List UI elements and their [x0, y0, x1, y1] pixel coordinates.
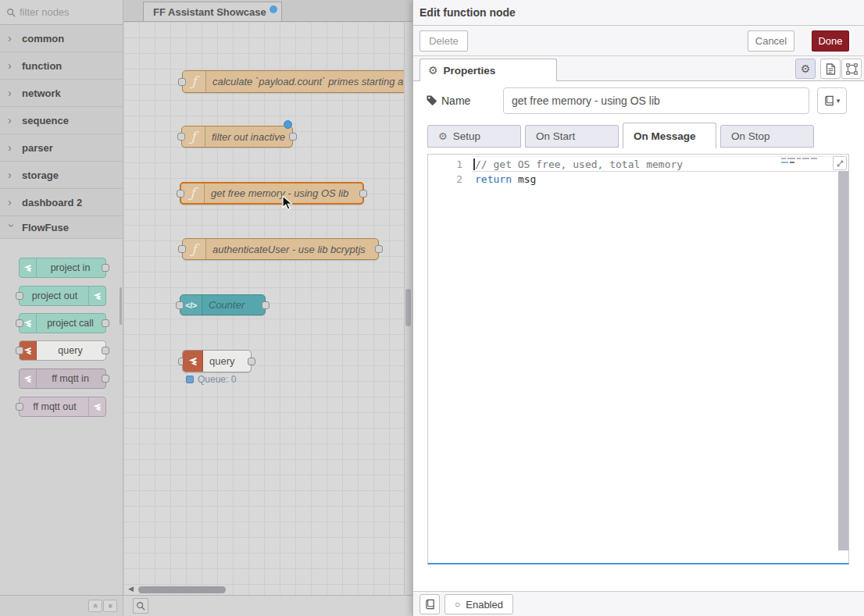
collapse-all-categories-button[interactable]: «: [88, 600, 102, 612]
tray-tabbar: ⚙ Properties ⚙: [413, 56, 864, 81]
palette-footer: « »: [0, 595, 123, 616]
palette-category-flowfuse[interactable]: ›FlowFuse: [0, 216, 123, 239]
node-query[interactable]: query: [182, 350, 252, 372]
input-port[interactable]: [16, 403, 23, 411]
palette-node-ff-mqtt-out[interactable]: ff mqtt out: [19, 397, 106, 417]
tab-properties[interactable]: ⚙ Properties: [420, 59, 557, 81]
delete-button[interactable]: Delete: [420, 30, 468, 52]
palette-category-common[interactable]: ›common: [0, 25, 123, 52]
input-port[interactable]: [16, 292, 23, 300]
node-get-free-memory[interactable]: ƒ get free memory - using OS lib: [180, 182, 364, 205]
palette-category-label: function: [22, 60, 62, 72]
palette-node-label: project out: [23, 287, 87, 305]
palette-category-sequence[interactable]: ›sequence: [0, 107, 123, 134]
caret-down-icon: ▾: [837, 97, 841, 105]
palette-node-ff-mqtt-in[interactable]: ff mqtt in: [19, 369, 106, 389]
output-port[interactable]: [102, 375, 109, 383]
appearance-view-button[interactable]: [841, 59, 862, 79]
tag-icon: [426, 94, 437, 106]
cancel-button[interactable]: Cancel: [748, 30, 794, 52]
chevrons-down-icon: »: [106, 604, 114, 608]
tab-setup[interactable]: ⚙Setup: [427, 125, 521, 148]
name-input[interactable]: [503, 87, 809, 114]
node-counter[interactable]: </> Counter: [180, 294, 266, 315]
tray-header: Edit function node: [413, 0, 864, 26]
palette-category-network[interactable]: ›network: [0, 80, 123, 107]
palette-node-project-in[interactable]: project in: [19, 258, 106, 278]
output-port[interactable]: [375, 245, 383, 253]
function-icon: ƒ: [191, 75, 196, 88]
expand-icon: [836, 159, 844, 168]
palette-category-label: dashboard 2: [22, 197, 82, 208]
scroll-left-arrow[interactable]: ◀: [128, 585, 134, 593]
code-editor[interactable]: 1 2 // get OS free, used, total memory r…: [427, 154, 849, 564]
input-port[interactable]: [16, 347, 23, 354]
input-port[interactable]: [16, 319, 23, 327]
node-status-label: Queue: 0: [198, 374, 236, 385]
palette-node-query[interactable]: query: [19, 340, 106, 361]
palette-node-label: project in: [38, 258, 102, 277]
output-port[interactable]: [102, 264, 109, 272]
palette-category-dashboard-2[interactable]: ›dashboard 2: [0, 189, 123, 216]
editor-scrollbar-thumb[interactable]: [838, 171, 848, 550]
function-tabs: ⚙Setup On Start On Message On Stop: [427, 123, 813, 148]
name-label: Name: [441, 87, 470, 114]
node-status: Queue: 0: [186, 374, 236, 385]
palette-category-function[interactable]: ›function: [0, 52, 123, 80]
horizontal-scrollbar-thumb[interactable]: [138, 586, 226, 593]
magnifier-icon: [136, 601, 145, 611]
chevron-right-icon: ›: [8, 169, 15, 180]
gear-icon: ⚙: [428, 65, 438, 76]
code-line: // get OS free, used, total memory: [475, 157, 683, 172]
function-icon: ƒ: [191, 130, 195, 144]
enabled-toggle-button[interactable]: ○ Enabled: [444, 594, 513, 614]
chevron-right-icon: ›: [8, 60, 15, 71]
mouse-cursor: [282, 195, 294, 211]
node-filter-out-inactive[interactable]: ƒ filter out inactive: [181, 126, 293, 148]
node-calculate-primes[interactable]: ƒ calculate `payload.count` primes start…: [182, 70, 412, 93]
palette-node-project-out[interactable]: project out: [19, 286, 106, 306]
description-view-button[interactable]: [820, 59, 841, 79]
palette-node-project-call[interactable]: project call: [19, 313, 106, 333]
done-button[interactable]: Done: [812, 30, 849, 52]
library-icon: [824, 95, 834, 106]
vertical-scrollbar-thumb[interactable]: [405, 289, 411, 326]
properties-view-button[interactable]: ⚙: [795, 59, 816, 79]
output-port[interactable]: [102, 319, 109, 327]
palette-scrollbar-thumb[interactable]: [120, 287, 122, 325]
palette-category-parser[interactable]: ›parser: [0, 134, 123, 162]
palette-category-label: common: [22, 33, 64, 45]
expand-editor-button[interactable]: [833, 156, 847, 170]
expand-all-categories-button[interactable]: »: [103, 600, 117, 612]
chevron-right-icon: ›: [8, 115, 15, 126]
tab-label: On Stop: [731, 130, 770, 142]
palette-search-input[interactable]: [20, 6, 107, 18]
tab-on-start[interactable]: On Start: [525, 125, 619, 148]
node-authenticate-user[interactable]: ƒ authenticateUser - use lib bcryptjs: [182, 238, 379, 260]
output-port[interactable]: [248, 358, 255, 365]
output-port[interactable]: [102, 347, 109, 354]
group-icon: [846, 63, 858, 75]
palette-category-storage[interactable]: ›storage: [0, 162, 123, 189]
flow-canvas[interactable]: ƒ calculate `payload.count` primes start…: [123, 22, 412, 595]
modified-dot: [270, 5, 277, 13]
editor-minimap[interactable]: [781, 158, 820, 163]
search-flows-button[interactable]: [133, 598, 148, 614]
chevron-right-icon: ›: [8, 87, 15, 98]
palette-category-label: sequence: [22, 115, 69, 126]
output-port[interactable]: [359, 190, 367, 198]
palette-search: [0, 0, 123, 25]
output-port[interactable]: [289, 133, 297, 141]
document-icon: [826, 63, 836, 75]
workspace-tab[interactable]: FF Assistant Showcase: [143, 2, 282, 21]
node-label: query: [209, 351, 235, 372]
tab-on-message[interactable]: On Message: [623, 123, 716, 148]
vertical-scrollbar-track[interactable]: [404, 22, 412, 595]
library-dropdown-button[interactable]: ▾: [817, 87, 847, 114]
edit-tray: Edit function node Delete Cancel Done ⚙ …: [412, 0, 864, 616]
workspace-tabbar: FF Assistant Showcase: [123, 0, 412, 22]
tab-on-stop[interactable]: On Stop: [720, 125, 814, 148]
output-port[interactable]: [262, 301, 270, 309]
search-icon: [6, 8, 16, 17]
library-button[interactable]: [420, 594, 440, 614]
